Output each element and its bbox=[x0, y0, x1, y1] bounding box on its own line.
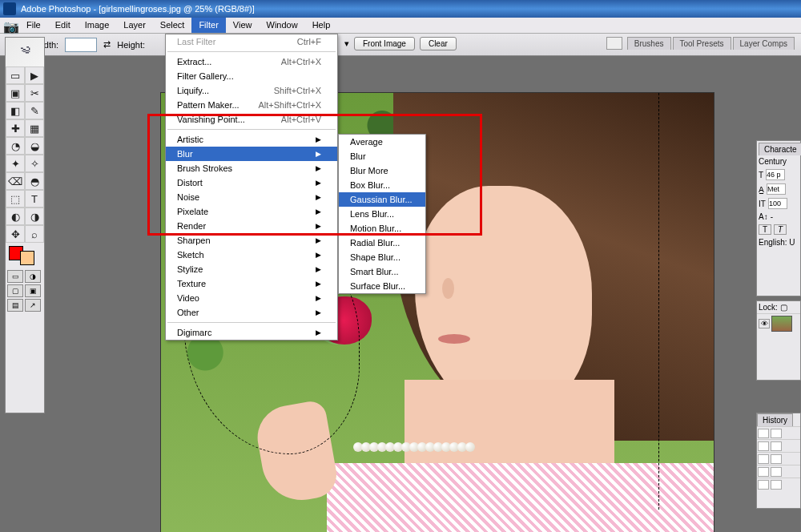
menu-item-stylize[interactable]: Stylize▶ bbox=[166, 262, 337, 276]
menu-item-box-blur-[interactable]: Box Blur... bbox=[339, 178, 425, 192]
tool-17[interactable]: ◑ bbox=[25, 208, 44, 225]
menu-item-smart-blur-[interactable]: Smart Blur... bbox=[339, 264, 425, 279]
menu-item-vanishing-point-[interactable]: Vanishing Point...Alt+Ctrl+V bbox=[166, 112, 337, 127]
bold-button[interactable]: T bbox=[759, 224, 771, 235]
menu-select[interactable]: Select bbox=[153, 18, 192, 33]
menu-item-pixelate[interactable]: Pixelate▶ bbox=[166, 204, 337, 219]
font-family[interactable]: Century bbox=[759, 157, 787, 166]
history-tab[interactable]: History bbox=[757, 413, 793, 426]
menu-edit[interactable]: Edit bbox=[48, 18, 78, 33]
menu-help[interactable]: Help bbox=[305, 18, 338, 33]
menu-view[interactable]: View bbox=[226, 18, 260, 33]
menu-item-filter-gallery-[interactable]: Filter Gallery... bbox=[166, 69, 337, 83]
menu-item-sketch[interactable]: Sketch▶ bbox=[166, 248, 337, 262]
window-title: Adobe Photoshop - [girlsmellingroses.jpg… bbox=[21, 4, 255, 14]
menu-item-radial-blur-[interactable]: Radial Blur... bbox=[339, 236, 425, 250]
tab-brushes[interactable]: Brushes bbox=[627, 37, 671, 50]
menu-item-average[interactable]: Average bbox=[339, 135, 425, 149]
menu-item-digimarc[interactable]: Digimarc▶ bbox=[166, 325, 337, 340]
jump-to[interactable]: ↗ bbox=[25, 299, 41, 312]
mode-standard[interactable]: ▭ bbox=[7, 270, 23, 283]
toolbox-logo-icon: ༄ bbox=[6, 38, 44, 66]
tool-14[interactable]: ⬚ bbox=[6, 190, 25, 208]
menu-item-noise[interactable]: Noise▶ bbox=[166, 190, 337, 204]
menu-item-texture[interactable]: Texture▶ bbox=[166, 276, 337, 291]
font-size-input[interactable] bbox=[766, 169, 785, 180]
tool-15[interactable]: T bbox=[25, 190, 44, 208]
swap-icon[interactable]: ⇄ bbox=[103, 39, 111, 50]
layer-thumbnail[interactable] bbox=[771, 316, 792, 332]
tool-0[interactable]: ▭ bbox=[6, 66, 25, 84]
menu-item-surface-blur-[interactable]: Surface Blur... bbox=[339, 279, 425, 293]
menu-file[interactable]: File bbox=[19, 18, 48, 33]
tool-10[interactable]: ✦ bbox=[6, 155, 25, 172]
history-state[interactable] bbox=[757, 439, 800, 452]
menu-item-blur-more[interactable]: Blur More bbox=[339, 163, 425, 178]
baseline-icon: A↕ bbox=[759, 212, 768, 221]
menu-item-other[interactable]: Other▶ bbox=[166, 305, 337, 320]
tool-13[interactable]: ◓ bbox=[25, 172, 44, 190]
tool-6[interactable]: ✚ bbox=[6, 119, 25, 137]
menu-item-distort[interactable]: Distort▶ bbox=[166, 175, 337, 190]
tool-7[interactable]: ▦ bbox=[25, 119, 44, 137]
menu-item-artistic[interactable]: Artistic▶ bbox=[166, 132, 337, 147]
tool-9[interactable]: ◒ bbox=[25, 137, 44, 155]
tool-12[interactable]: ⌫ bbox=[6, 172, 25, 190]
history-panel[interactable]: History bbox=[756, 413, 801, 509]
screen-mode-2[interactable]: ▣ bbox=[25, 284, 41, 297]
menu-item-render[interactable]: Render▶ bbox=[166, 219, 337, 233]
tool-3[interactable]: ✂ bbox=[25, 84, 44, 102]
background-color[interactable] bbox=[20, 251, 34, 265]
tab-tool-presets[interactable]: Tool Presets bbox=[673, 37, 731, 50]
history-state[interactable] bbox=[757, 426, 800, 439]
tool-16[interactable]: ◐ bbox=[6, 208, 25, 225]
tracking-input[interactable] bbox=[768, 198, 787, 209]
layer-row[interactable]: 👁 bbox=[757, 313, 800, 333]
clear-button[interactable]: Clear bbox=[420, 37, 457, 50]
menu-item-liquify-[interactable]: Liquify...Shift+Ctrl+X bbox=[166, 83, 337, 98]
screen-mode-3[interactable]: ▤ bbox=[7, 299, 23, 312]
menu-item-blur[interactable]: Blur▶ bbox=[166, 147, 337, 161]
menu-filter[interactable]: Filter bbox=[191, 18, 225, 33]
menu-item-brush-strokes[interactable]: Brush Strokes▶ bbox=[166, 161, 337, 175]
tool-1[interactable]: ▶ bbox=[25, 66, 44, 84]
color-swatches[interactable] bbox=[6, 243, 44, 268]
italic-button[interactable]: T bbox=[774, 224, 787, 235]
dropdown-arrow-icon[interactable]: ▾ bbox=[344, 38, 349, 49]
menu-item-pattern-maker-[interactable]: Pattern Maker...Alt+Shift+Ctrl+X bbox=[166, 98, 337, 112]
width-input[interactable] bbox=[65, 38, 97, 52]
menu-item-shape-blur-[interactable]: Shape Blur... bbox=[339, 250, 425, 264]
menu-item-extract-[interactable]: Extract...Alt+Ctrl+X bbox=[166, 54, 337, 69]
visibility-eye-icon[interactable]: 👁 bbox=[759, 319, 770, 328]
character-panel[interactable]: Characte Century T A̲ IT A↕- TT English:… bbox=[756, 140, 801, 296]
mode-quickmask[interactable]: ◑ bbox=[25, 270, 41, 283]
menu-window[interactable]: Window bbox=[260, 18, 305, 33]
history-state[interactable] bbox=[757, 452, 800, 465]
tool-4[interactable]: ◧ bbox=[6, 102, 25, 119]
tool-19[interactable]: ⌕ bbox=[25, 225, 44, 243]
menu-layer[interactable]: Layer bbox=[116, 18, 153, 33]
lock-icon[interactable]: ▢ bbox=[780, 303, 787, 312]
history-state[interactable] bbox=[757, 478, 800, 490]
tool-5[interactable]: ✎ bbox=[25, 102, 44, 119]
tool-11[interactable]: ✧ bbox=[25, 155, 44, 172]
tool-2[interactable]: ▣ bbox=[6, 84, 25, 102]
dock-grip-icon[interactable] bbox=[606, 37, 622, 50]
screen-mode-1[interactable]: ▢ bbox=[7, 284, 23, 297]
language-select[interactable]: English: U bbox=[759, 238, 795, 247]
tab-layer-comps[interactable]: Layer Comps bbox=[733, 37, 795, 50]
menu-item-video[interactable]: Video▶ bbox=[166, 291, 337, 305]
character-tab[interactable]: Characte bbox=[759, 143, 801, 155]
menu-image[interactable]: Image bbox=[78, 18, 117, 33]
menu-item-motion-blur-[interactable]: Motion Blur... bbox=[339, 221, 425, 236]
front-image-button[interactable]: Front Image bbox=[354, 37, 415, 50]
layers-panel[interactable]: Lock: ▢ 👁 bbox=[756, 300, 801, 381]
tool-18[interactable]: ✥ bbox=[6, 225, 25, 243]
kerning-input[interactable] bbox=[767, 183, 786, 195]
history-state[interactable] bbox=[757, 465, 800, 478]
menu-item-gaussian-blur-[interactable]: Gaussian Blur... bbox=[339, 192, 425, 207]
menu-item-sharpen[interactable]: Sharpen▶ bbox=[166, 233, 337, 248]
menu-item-lens-blur-[interactable]: Lens Blur... bbox=[339, 207, 425, 221]
menu-item-blur[interactable]: Blur bbox=[339, 149, 425, 163]
tool-8[interactable]: ◔ bbox=[6, 137, 25, 155]
